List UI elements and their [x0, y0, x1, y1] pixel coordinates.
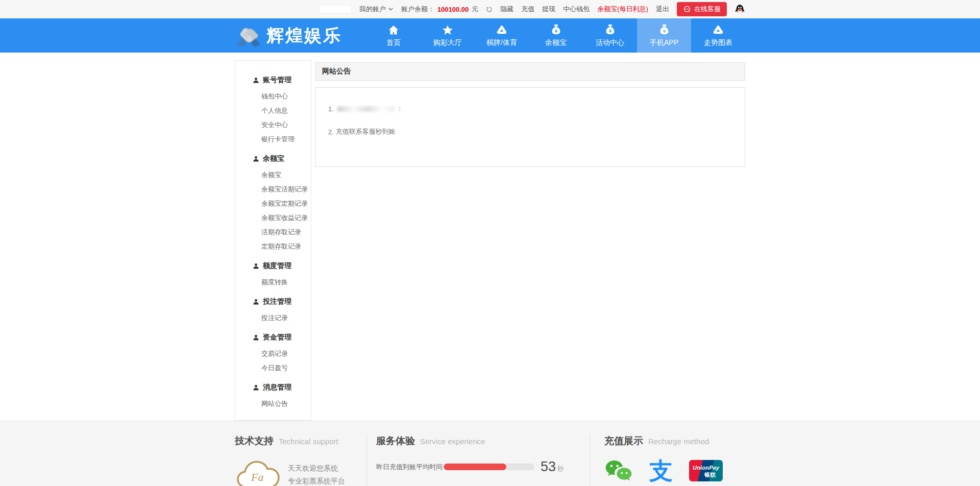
service-row-recharge: 昨日充值到账平均时间 53 秒 — [376, 459, 579, 475]
moneybag-icon: ¥ — [604, 23, 617, 36]
tech-subtitle: Technical support — [279, 437, 338, 446]
withdraw-link[interactable]: 提现 — [542, 5, 555, 14]
topbar: 我的账户 账户余额： 100100.00 元 隐藏 充值 提现 中心钱包 余额宝… — [0, 0, 980, 18]
announcement-body: 1. ： 2. 充值联系客服秒到账 — [315, 87, 745, 167]
announcement-text: 充值联系客服秒到账 — [336, 127, 396, 136]
home-icon — [387, 24, 400, 36]
sidebar-item-yuebao[interactable]: 余额宝 — [235, 168, 311, 182]
games-icon — [496, 24, 508, 36]
sidebar-item-bet-records[interactable]: 投注记录 — [235, 311, 311, 325]
announcement-panel: 网站公告 1. ： 2. 充值联系客服秒到账 — [315, 62, 745, 167]
user-icon — [253, 263, 259, 270]
nav-item-label: 棋牌/体育 — [486, 38, 517, 47]
service-title: 服务体验 — [376, 434, 415, 448]
svg-text:¥: ¥ — [608, 28, 611, 34]
footer-recharge-methods: 充值展示 Recharge method 支 UnionPay 银联 — [590, 434, 745, 486]
sidebar-section-messages[interactable]: 消息管理 — [235, 378, 311, 397]
online-service-label: 在线客服 — [694, 5, 721, 14]
qq-icon[interactable] — [734, 4, 745, 15]
balance-label: 账户余额： — [401, 5, 434, 14]
sidebar-item-security-center[interactable]: 安全中心 — [235, 118, 311, 132]
tech-title: 技术支持 — [235, 434, 274, 448]
sidebar-item-personal-info[interactable]: 个人信息 — [235, 104, 311, 118]
sidebar-item-transaction-records[interactable]: 交易记录 — [235, 347, 311, 361]
redacted-text — [337, 106, 395, 112]
nav-item-home[interactable]: 首页 — [366, 18, 421, 53]
nav-item-label: 余额宝 — [545, 38, 567, 47]
recharge-link[interactable]: 充值 — [521, 5, 534, 14]
star-icon — [442, 24, 454, 36]
sidebar-item-bank-card[interactable]: 银行卡管理 — [235, 132, 311, 147]
user-icon — [253, 77, 259, 84]
nav-item-label: 首页 — [386, 38, 401, 47]
unionpay-icon: UnionPay 银联 — [689, 460, 723, 481]
main-content: 账号管理 钱包中心 个人信息 安全中心 银行卡管理 余额宝 余额宝 余额宝活期记… — [0, 53, 980, 421]
nav-item-trend-charts[interactable]: 走势图表 — [691, 18, 745, 53]
sidebar-section-yuebao[interactable]: 余额宝 — [235, 150, 311, 168]
moneybag-icon: ¥ — [550, 23, 562, 36]
nav-menu: 首页 购彩大厅 棋牌/体育 ¥ 余额宝 ¥ 活动中心 ¥ 手机APP — [366, 18, 745, 53]
online-service-button[interactable]: 在线客服 — [677, 2, 727, 16]
sidebar-section-quota[interactable]: 额度管理 — [235, 257, 311, 275]
user-icon — [253, 299, 259, 305]
sidebar-item-fixed-deposit-records[interactable]: 定期存取记录 — [235, 239, 311, 254]
svg-text:¥: ¥ — [554, 28, 557, 34]
sidebar-item-yuebao-profit-records[interactable]: 余额宝收益记录 — [235, 211, 311, 225]
footer: 技术支持 Technical support Fa 天天欢迎您系统 专业彩票系统… — [0, 421, 980, 486]
sidebar-item-demand-deposit-records[interactable]: 活期存取记录 — [235, 225, 311, 239]
sidebar-section-funds[interactable]: 资金管理 — [235, 328, 311, 347]
section-header-label: 消息管理 — [263, 383, 291, 392]
brand-title: 辉煌娱乐 — [266, 24, 342, 47]
announcement-prefix: 1. — [328, 105, 334, 113]
sidebar-item-site-announcement[interactable]: 网站公告 — [235, 397, 311, 411]
progress-fill — [444, 464, 506, 470]
sidebar-section-account[interactable]: 账号管理 — [235, 71, 311, 89]
nav-item-mobile-app[interactable]: ¥ 手机APP — [637, 18, 691, 53]
announcement-line-1: 1. ： — [328, 104, 732, 113]
nav-item-label: 手机APP — [650, 38, 678, 47]
footer-service-experience: 服务体验 Service experience 昨日充值到账平均时间 53 秒 … — [366, 434, 590, 486]
handshake-icon — [235, 24, 262, 47]
balance-unit: 元 — [472, 5, 478, 14]
section-header-label: 投注管理 — [263, 297, 291, 306]
tech-line-2: 专业彩票系统平台 — [288, 475, 345, 486]
sidebar-item-quota-convert[interactable]: 额度转换 — [235, 275, 311, 289]
balance-value: 100100.00 — [437, 6, 469, 13]
user-icon — [253, 156, 259, 162]
user-icon — [253, 334, 259, 341]
announcement-suffix: ： — [397, 104, 403, 113]
announcement-prefix: 2. — [328, 128, 334, 136]
user-icon — [253, 384, 259, 391]
sidebar-item-today-profit-loss[interactable]: 今日盈亏 — [235, 361, 311, 375]
footer-tech-support: 技术支持 Technical support Fa 天天欢迎您系统 专业彩票系统… — [235, 434, 366, 486]
section-header-label: 账号管理 — [263, 76, 291, 85]
nav-item-games-sports[interactable]: 棋牌/体育 — [475, 18, 529, 53]
section-header-label: 额度管理 — [263, 261, 291, 271]
sidebar-section-betting[interactable]: 投注管理 — [235, 293, 311, 311]
nav-item-label: 购彩大厅 — [433, 38, 462, 47]
center-wallet-link[interactable]: 中心钱包 — [563, 5, 590, 14]
brand-logo[interactable]: 辉煌娱乐 — [235, 18, 342, 53]
sidebar-item-wallet-center[interactable]: 钱包中心 — [235, 89, 311, 104]
svg-text:¥: ¥ — [663, 28, 666, 34]
nav-item-lottery-hall[interactable]: 购彩大厅 — [421, 18, 475, 53]
section-header-label: 余额宝 — [263, 154, 284, 163]
sidebar-item-yuebao-demand-records[interactable]: 余额宝活期记录 — [235, 182, 311, 197]
service-row-label: 昨日充值到账平均时间 — [376, 463, 442, 472]
recharge-subtitle: Recharge method — [648, 437, 709, 446]
cloud-logo-text: Fa — [251, 471, 263, 483]
nav-item-yuebao[interactable]: ¥ 余额宝 — [529, 18, 583, 53]
my-account-label: 我的账户 — [359, 5, 386, 14]
sidebar-item-yuebao-fixed-records[interactable]: 余额宝定期记录 — [235, 197, 311, 211]
nav-item-activity-center[interactable]: ¥ 活动中心 — [583, 18, 637, 53]
progress-bar-recharge — [444, 464, 534, 470]
service-subtitle: Service experience — [420, 437, 485, 446]
refresh-balance-icon[interactable] — [486, 6, 493, 13]
main-navbar: 辉煌娱乐 首页 购彩大厅 棋牌/体育 ¥ 余额宝 ¥ 活动中心 — [0, 18, 980, 53]
yuebao-interest-link[interactable]: 余额宝(每日利息) — [597, 5, 648, 14]
logout-link[interactable]: 退出 — [656, 5, 669, 14]
panel-title: 网站公告 — [315, 62, 745, 81]
my-account-menu[interactable]: 我的账户 — [359, 5, 394, 14]
hide-balance-link[interactable]: 隐藏 — [500, 5, 513, 14]
service-row-value: 53 — [541, 459, 556, 475]
